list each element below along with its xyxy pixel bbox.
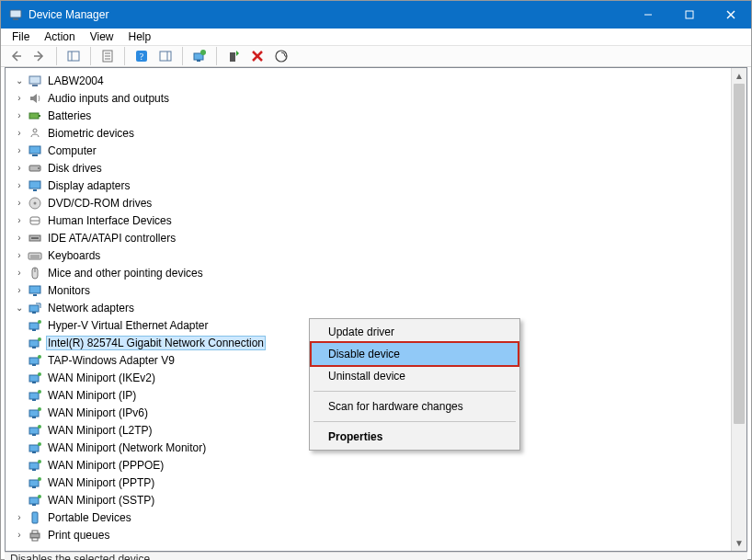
tree-category[interactable]: ›Disk drives: [13, 159, 731, 177]
tree-category[interactable]: ⌄Network adapters: [13, 299, 731, 316]
show-hide-tree-button[interactable]: [63, 46, 84, 66]
expand-icon[interactable]: ›: [13, 511, 26, 524]
computer-icon: [28, 74, 42, 88]
tree-device[interactable]: WAN Miniport (SSTP): [13, 491, 731, 509]
expand-icon[interactable]: ›: [13, 267, 26, 280]
tree-category[interactable]: ›Mice and other pointing devices: [13, 264, 731, 281]
tree-category-label: Human Interface Devices: [46, 213, 174, 228]
close-button[interactable]: [710, 1, 751, 29]
expand-icon[interactable]: ›: [13, 92, 26, 105]
tree-category[interactable]: ›Monitors: [13, 281, 731, 299]
expand-icon[interactable]: ›: [13, 109, 26, 122]
tree-category[interactable]: ›Computer: [13, 142, 731, 159]
menu-view[interactable]: View: [83, 29, 121, 45]
svg-rect-75: [29, 463, 39, 469]
expand-icon[interactable]: ›: [13, 127, 26, 140]
svg-point-68: [38, 407, 41, 411]
forward-button[interactable]: [29, 46, 50, 66]
toolbar: ?: [1, 46, 751, 67]
svg-point-77: [38, 460, 41, 463]
context-menu-item[interactable]: Properties: [312, 426, 518, 448]
tree-category[interactable]: ›DVD/CD-ROM drives: [13, 194, 731, 211]
scroll-up-icon[interactable]: ▲: [732, 68, 746, 84]
expand-icon[interactable]: ›: [13, 214, 26, 227]
cdrom-icon: [28, 196, 42, 211]
svg-rect-1: [13, 18, 18, 20]
tree-root[interactable]: ⌄ LABW2004: [13, 72, 731, 89]
back-button[interactable]: [6, 46, 26, 66]
svg-rect-82: [32, 504, 36, 506]
help-button[interactable]: ?: [131, 46, 152, 66]
network-adapter-icon: [28, 440, 42, 455]
tree-category[interactable]: ›Biometric devices: [13, 124, 731, 142]
context-menu-item[interactable]: Disable device: [312, 343, 518, 365]
tree-category[interactable]: ›Audio inputs and outputs: [13, 89, 731, 107]
expand-icon[interactable]: ›: [13, 232, 26, 245]
context-menu-item[interactable]: Uninstall device: [312, 365, 518, 387]
svg-point-59: [38, 355, 41, 359]
menu-file[interactable]: File: [5, 29, 37, 45]
computer-icon: [28, 143, 42, 158]
svg-rect-3: [686, 11, 693, 18]
expand-icon[interactable]: ›: [13, 162, 26, 175]
svg-rect-14: [160, 51, 171, 61]
action-pane-button[interactable]: [155, 46, 176, 66]
menu-help[interactable]: Help: [121, 29, 159, 45]
network-adapter-icon: [28, 423, 42, 438]
vertical-scrollbar[interactable]: ▲ ▼: [731, 68, 746, 551]
tree-device[interactable]: WAN Miniport (PPPOE): [13, 456, 731, 474]
tree-category[interactable]: ›Display adapters: [13, 177, 731, 194]
tree-device-label: Hyper-V Virtual Ethernet Adapter: [46, 318, 211, 333]
portable-icon: [28, 510, 42, 525]
network-adapter-icon: [28, 371, 42, 385]
update-driver-button[interactable]: [189, 46, 210, 66]
keyboard-icon: [28, 248, 42, 263]
svg-rect-66: [29, 410, 39, 417]
expand-icon[interactable]: ›: [13, 197, 26, 210]
svg-point-74: [38, 442, 41, 446]
tree-category-label: DVD/CD-ROM drives: [46, 196, 154, 211]
svg-point-62: [38, 372, 41, 376]
collapse-icon[interactable]: ⌄: [13, 74, 26, 87]
scroll-thumb[interactable]: [734, 84, 745, 424]
svg-point-56: [38, 337, 41, 341]
svg-rect-33: [33, 189, 37, 191]
expand-icon[interactable]: ›: [13, 144, 26, 157]
context-menu-item[interactable]: Update driver: [312, 321, 518, 343]
expand-icon[interactable]: ›: [13, 249, 26, 262]
svg-rect-87: [32, 538, 38, 541]
device-tree[interactable]: ⌄ LABW2004 ›Audio inputs and outputs›Bat…: [6, 68, 731, 551]
svg-rect-84: [32, 512, 38, 523]
tree-device[interactable]: WAN Miniport (PPTP): [13, 474, 731, 491]
printer-icon: [28, 528, 42, 543]
expand-icon[interactable]: ›: [13, 284, 26, 297]
context-menu-item[interactable]: Scan for hardware changes: [312, 395, 518, 417]
hid-icon: [28, 213, 42, 228]
svg-rect-45: [29, 286, 40, 293]
tree-device-label: TAP-Windows Adapter V9: [46, 353, 177, 368]
tree-category[interactable]: ›Keyboards: [13, 246, 731, 264]
svg-rect-60: [29, 375, 39, 382]
svg-rect-48: [32, 312, 36, 314]
tree-category[interactable]: ›Batteries: [13, 107, 731, 124]
expand-icon[interactable]: ›: [13, 179, 26, 192]
expand-icon[interactable]: ›: [13, 529, 26, 542]
svg-point-65: [38, 390, 41, 394]
enable-device-button[interactable]: [223, 46, 244, 66]
properties-sheet-button[interactable]: [97, 46, 118, 66]
menu-action[interactable]: Action: [37, 29, 82, 45]
svg-rect-24: [32, 85, 38, 86]
tree-category[interactable]: ›Portable Devices: [13, 509, 731, 526]
tree-category[interactable]: ›Print queues: [13, 526, 731, 543]
disk-icon: [28, 161, 42, 176]
scan-hardware-button[interactable]: [271, 46, 291, 66]
tree-category[interactable]: ›Human Interface Devices: [13, 211, 731, 229]
tree-category-label: Batteries: [46, 109, 93, 123]
scroll-down-icon[interactable]: ▼: [732, 535, 746, 551]
minimize-button[interactable]: [627, 1, 668, 29]
maximize-button[interactable]: [668, 1, 710, 29]
tree-category[interactable]: ›IDE ATA/ATAPI controllers: [13, 229, 731, 246]
network-adapter-icon: [28, 318, 42, 333]
collapse-icon[interactable]: ⌄: [13, 302, 26, 314]
uninstall-device-button[interactable]: [247, 46, 268, 66]
